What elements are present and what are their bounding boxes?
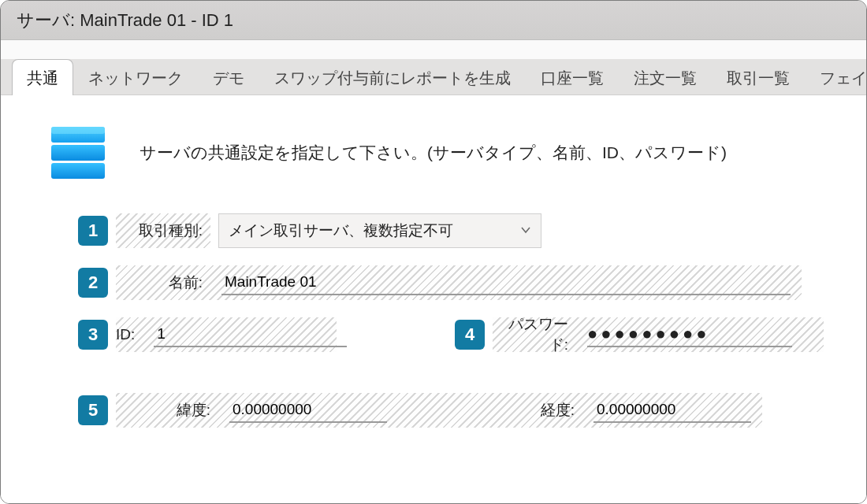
longitude-field[interactable] xyxy=(594,398,751,423)
id-field[interactable] xyxy=(154,322,347,347)
badge-1: 1 xyxy=(78,216,108,246)
tab-accounts[interactable]: 口座一覧 xyxy=(526,59,619,94)
svg-rect-2 xyxy=(51,163,105,179)
trade-type-dropdown[interactable]: メイン取引サーバ、複数指定不可 xyxy=(218,213,541,248)
label-id: ID: xyxy=(116,326,143,343)
tab-orders[interactable]: 注文一覧 xyxy=(619,59,712,94)
chevron-down-icon xyxy=(520,222,531,239)
password-field[interactable]: ●●●●●●●●● xyxy=(587,322,792,347)
latitude-field[interactable] xyxy=(229,398,387,423)
svg-rect-3 xyxy=(51,127,105,134)
trade-type-value: メイン取引サーバ、複数指定不可 xyxy=(229,220,453,241)
row-lat-lon: 5 緯度: 経度: xyxy=(78,393,843,428)
tab-swap-report[interactable]: スワップ付与前にレポートを生成 xyxy=(259,59,526,94)
badge-4: 4 xyxy=(455,320,485,350)
tab-failover[interactable]: フェイ xyxy=(805,59,867,94)
window-title: サーバ: MainTrade 01 - ID 1 xyxy=(1,1,866,40)
label-name: 名前: xyxy=(116,272,210,293)
server-icon xyxy=(48,124,108,182)
row-name: 2 名前: xyxy=(78,265,843,300)
label-password: パスワード: xyxy=(493,314,576,355)
tab-demo[interactable]: デモ xyxy=(198,59,259,94)
name-field[interactable] xyxy=(221,270,791,295)
tab-content-common: サーバの共通設定を指定して下さい。(サーバタイプ、名前、ID、パスワード) 1 … xyxy=(1,95,866,503)
tab-bar: 共通 ネットワーク デモ スワップ付与前にレポートを生成 口座一覧 注文一覧 取… xyxy=(1,59,866,95)
row-id-password: 3 ID: 4 パスワード: ●●●●●●●●● xyxy=(78,317,843,352)
svg-rect-1 xyxy=(51,145,105,161)
label-longitude: 経度: xyxy=(527,400,582,421)
intro-text: サーバの共通設定を指定して下さい。(サーバタイプ、名前、ID、パスワード) xyxy=(140,142,727,164)
badge-2: 2 xyxy=(78,268,108,298)
label-latitude: 緯度: xyxy=(116,400,218,421)
tab-common[interactable]: 共通 xyxy=(12,59,73,95)
tab-trades[interactable]: 取引一覧 xyxy=(712,59,805,94)
badge-5: 5 xyxy=(78,395,108,425)
label-trade-type: 取引種別: xyxy=(116,213,210,248)
tab-network[interactable]: ネットワーク xyxy=(73,59,198,94)
badge-3: 3 xyxy=(78,320,108,350)
window: サーバ: MainTrade 01 - ID 1 共通 ネットワーク デモ スワ… xyxy=(0,0,867,504)
row-trade-type: 1 取引種別: メイン取引サーバ、複数指定不可 xyxy=(78,213,843,248)
